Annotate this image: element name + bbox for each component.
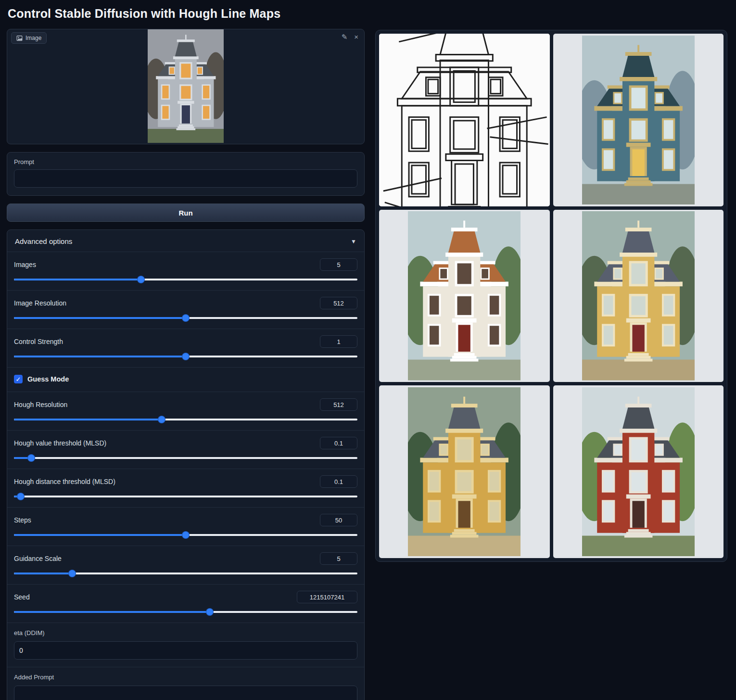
image-icon [16,35,23,41]
image-input-tab: Image [11,32,47,44]
value-hough-resolution[interactable] [320,398,357,411]
slider-handle-control-strength[interactable] [182,353,189,360]
slider-handle-guidance-scale[interactable] [69,570,76,577]
gallery-image-result-1 [582,36,695,204]
slider-images[interactable] [14,276,357,283]
control-seed: Seed [7,584,364,623]
slider-handle-hough-value-threshold-mlsd[interactable] [28,455,35,461]
label-images: Images [14,261,36,268]
slider-guidance-scale[interactable] [14,570,357,577]
advanced-options-form: Images Image Resolution Control Strength [7,252,364,700]
collapse-arrow-icon: ▼ [351,238,356,245]
input-image-picture [148,29,224,143]
label-hough-distance-threshold-mlsd: Hough distance threshold (MLSD) [14,478,115,485]
label-hough-resolution: Hough Resolution [14,401,67,408]
gallery-item-result-2[interactable] [379,210,550,382]
slider-hough-distance-threshold-mlsd[interactable] [14,493,357,500]
checkbox-guess-mode[interactable]: ✓ Guess Mode [14,374,357,384]
slider-handle-steps[interactable] [182,532,189,538]
image-actions: ✎ × [342,33,358,40]
control-guidance-scale: Guidance Scale [7,546,364,584]
prompt-label: Prompt [14,158,357,165]
gallery-item-hough-line-map[interactable] [379,34,550,206]
slider-handle-image-resolution[interactable] [182,315,189,321]
gallery-item-result-5[interactable] [553,385,724,558]
checkbox-label-guess-mode: Guess Mode [27,375,69,383]
control-hough-value-threshold-mlsd: Hough value threshold (MLSD) [7,430,364,469]
value-control-strength[interactable] [320,335,357,348]
gallery-item-result-4[interactable] [379,385,550,558]
gallery-image-hough-line-map [379,34,550,206]
control-hough-distance-threshold-mlsd: Hough distance threshold (MLSD) [7,469,364,507]
page-title: Control Stable Diffusion with Hough Line… [8,7,280,21]
advanced-options-label: Advanced options [15,237,72,245]
input-image [148,29,224,144]
field-added-prompt: Added Prompt [7,667,364,700]
value-guidance-scale[interactable] [320,552,357,565]
value-images[interactable] [320,258,357,271]
control-control-strength: Control Strength [7,329,364,367]
slider-hough-resolution[interactable] [14,416,357,423]
slider-handle-hough-resolution[interactable] [158,416,165,423]
prompt-panel: Prompt [7,152,365,196]
slider-handle-seed[interactable] [206,609,213,615]
image-input-label: Image [25,35,41,41]
control-image-resolution: Image Resolution [7,290,364,329]
edit-image-icon[interactable]: ✎ [342,33,348,40]
control-steps: Steps [7,507,364,546]
label-image-resolution: Image Resolution [14,299,66,307]
label-control-strength: Control Strength [14,338,63,345]
advanced-options-header[interactable]: Advanced options ▼ [7,230,364,252]
slider-handle-images[interactable] [138,276,144,283]
gallery-image-result-4 [408,387,520,556]
clear-image-icon[interactable]: × [354,33,358,40]
label-eta-ddim: eta (DDIM) [14,629,357,636]
label-hough-value-threshold-mlsd: Hough value threshold (MLSD) [14,439,106,447]
slider-handle-hough-distance-threshold-mlsd[interactable] [17,493,24,500]
value-hough-value-threshold-mlsd[interactable] [320,437,357,449]
gallery-item-result-3[interactable] [553,210,724,382]
input-added-prompt[interactable] [14,686,357,700]
value-steps[interactable] [320,514,357,526]
gallery-item-result-1[interactable] [553,34,724,206]
label-added-prompt: Added Prompt [14,674,357,681]
slider-image-resolution[interactable] [14,315,357,321]
slider-seed[interactable] [14,609,357,615]
gallery-image-result-3 [582,211,695,380]
left-column: Image ✎ × Prompt Run Advanced options ▼ … [7,29,365,700]
field-eta-ddim: eta (DDIM) [7,623,364,667]
prompt-input[interactable] [14,169,357,188]
slider-hough-value-threshold-mlsd[interactable] [14,455,357,461]
gallery-image-result-2 [408,211,520,380]
image-input-panel[interactable]: Image ✎ × [7,29,365,144]
slider-control-strength[interactable] [14,353,357,360]
checkbox-box-guess-mode[interactable]: ✓ [14,375,23,383]
gallery-image-result-5 [582,387,695,556]
value-image-resolution[interactable] [320,297,357,309]
value-hough-distance-threshold-mlsd[interactable] [320,475,357,488]
label-guidance-scale: Guidance Scale [14,555,62,562]
label-seed: Seed [14,593,30,601]
value-seed[interactable] [297,591,357,603]
label-steps: Steps [14,516,31,524]
run-button[interactable]: Run [7,204,365,222]
input-eta-ddim[interactable] [14,641,357,660]
row-guess-mode: ✓ Guess Mode [7,367,364,392]
control-images: Images [7,252,364,290]
control-hough-resolution: Hough Resolution [7,392,364,430]
slider-steps[interactable] [14,532,357,538]
advanced-options-panel: Advanced options ▼ Images Image Resoluti… [7,229,365,700]
result-gallery [375,30,727,562]
